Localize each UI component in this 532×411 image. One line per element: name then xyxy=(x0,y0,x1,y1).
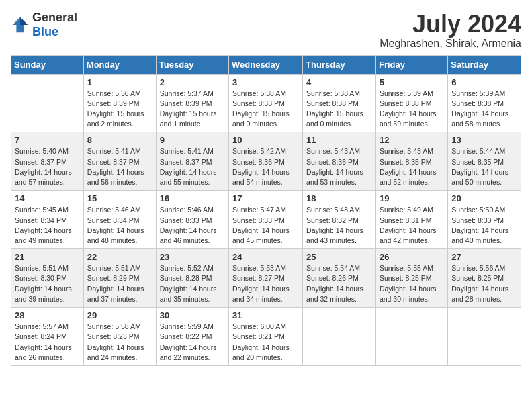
calendar-cell: 30Sunrise: 5:59 AMSunset: 8:22 PMDayligh… xyxy=(156,308,228,366)
cell-day-info: Sunrise: 5:41 AMSunset: 8:37 PMDaylight:… xyxy=(87,146,152,187)
calendar-cell: 19Sunrise: 5:49 AMSunset: 8:31 PMDayligh… xyxy=(375,191,447,249)
cell-date-number: 21 xyxy=(15,252,80,262)
calendar-cell: 1Sunrise: 5:36 AMSunset: 8:39 PMDaylight… xyxy=(83,74,156,132)
calendar-cell: 11Sunrise: 5:43 AMSunset: 8:36 PMDayligh… xyxy=(303,132,376,191)
cell-date-number: 16 xyxy=(160,193,225,203)
header-day-friday: Friday xyxy=(375,55,447,74)
cell-day-info: Sunrise: 6:00 AMSunset: 8:21 PMDaylight:… xyxy=(232,322,299,363)
cell-day-info: Sunrise: 5:41 AMSunset: 8:37 PMDaylight:… xyxy=(160,146,225,187)
cell-date-number: 31 xyxy=(232,310,299,320)
cell-day-info: Sunrise: 5:56 AMSunset: 8:25 PMDaylight:… xyxy=(451,263,517,304)
calendar-cell: 13Sunrise: 5:44 AMSunset: 8:35 PMDayligh… xyxy=(448,132,521,191)
cell-date-number: 13 xyxy=(451,135,517,145)
calendar-header-row: SundayMondayTuesdayWednesdayThursdayFrid… xyxy=(11,55,521,74)
cell-day-info: Sunrise: 5:42 AMSunset: 8:36 PMDaylight:… xyxy=(232,146,299,187)
cell-day-info: Sunrise: 5:39 AMSunset: 8:38 PMDaylight:… xyxy=(451,89,517,130)
title-section: July 2024 Meghrashen, Shirak, Armenia xyxy=(380,11,521,50)
calendar-cell: 16Sunrise: 5:46 AMSunset: 8:33 PMDayligh… xyxy=(156,191,228,249)
header-day-monday: Monday xyxy=(83,55,156,74)
cell-date-number: 3 xyxy=(232,77,299,87)
calendar-cell: 2Sunrise: 5:37 AMSunset: 8:39 PMDaylight… xyxy=(156,74,228,132)
cell-day-info: Sunrise: 5:46 AMSunset: 8:33 PMDaylight:… xyxy=(160,205,225,246)
calendar-cell: 22Sunrise: 5:51 AMSunset: 8:29 PMDayligh… xyxy=(83,249,156,308)
cell-day-info: Sunrise: 5:45 AMSunset: 8:34 PMDaylight:… xyxy=(15,205,80,246)
cell-date-number: 27 xyxy=(451,252,517,262)
cell-day-info: Sunrise: 5:55 AMSunset: 8:25 PMDaylight:… xyxy=(380,263,444,304)
cell-day-info: Sunrise: 5:59 AMSunset: 8:22 PMDaylight:… xyxy=(160,322,225,363)
cell-day-info: Sunrise: 5:53 AMSunset: 8:27 PMDaylight:… xyxy=(232,263,299,304)
calendar-cell xyxy=(303,308,376,366)
calendar-cell: 25Sunrise: 5:54 AMSunset: 8:26 PMDayligh… xyxy=(303,249,376,308)
calendar-cell: 5Sunrise: 5:39 AMSunset: 8:38 PMDaylight… xyxy=(375,74,447,132)
cell-day-info: Sunrise: 5:38 AMSunset: 8:38 PMDaylight:… xyxy=(232,89,299,130)
cell-date-number: 24 xyxy=(232,252,299,262)
cell-day-info: Sunrise: 5:54 AMSunset: 8:26 PMDaylight:… xyxy=(306,263,372,304)
calendar-cell: 4Sunrise: 5:38 AMSunset: 8:38 PMDaylight… xyxy=(303,74,376,132)
logo-icon xyxy=(11,15,30,34)
calendar-cell xyxy=(448,308,521,366)
page-header: General Blue July 2024 Meghrashen, Shira… xyxy=(11,11,521,50)
cell-date-number: 14 xyxy=(15,193,80,203)
logo: General Blue xyxy=(11,11,77,39)
cell-date-number: 22 xyxy=(87,252,152,262)
cell-day-info: Sunrise: 5:39 AMSunset: 8:38 PMDaylight:… xyxy=(380,89,444,130)
calendar-cell: 8Sunrise: 5:41 AMSunset: 8:37 PMDaylight… xyxy=(83,132,156,191)
cell-date-number: 4 xyxy=(306,77,372,87)
calendar-cell: 31Sunrise: 6:00 AMSunset: 8:21 PMDayligh… xyxy=(229,308,303,366)
calendar-week-row: 21Sunrise: 5:51 AMSunset: 8:30 PMDayligh… xyxy=(11,249,521,308)
cell-day-info: Sunrise: 5:58 AMSunset: 8:23 PMDaylight:… xyxy=(87,322,152,363)
calendar-cell: 12Sunrise: 5:43 AMSunset: 8:35 PMDayligh… xyxy=(375,132,447,191)
cell-day-info: Sunrise: 5:43 AMSunset: 8:35 PMDaylight:… xyxy=(380,146,444,187)
calendar-cell: 10Sunrise: 5:42 AMSunset: 8:36 PMDayligh… xyxy=(229,132,303,191)
cell-date-number: 26 xyxy=(380,252,444,262)
calendar-cell: 29Sunrise: 5:58 AMSunset: 8:23 PMDayligh… xyxy=(83,308,156,366)
cell-date-number: 15 xyxy=(87,193,152,203)
cell-day-info: Sunrise: 5:46 AMSunset: 8:34 PMDaylight:… xyxy=(87,205,152,246)
calendar-cell: 27Sunrise: 5:56 AMSunset: 8:25 PMDayligh… xyxy=(448,249,521,308)
cell-date-number: 19 xyxy=(380,193,444,203)
cell-date-number: 8 xyxy=(87,135,152,145)
cell-date-number: 5 xyxy=(380,77,444,87)
calendar-cell: 20Sunrise: 5:50 AMSunset: 8:30 PMDayligh… xyxy=(448,191,521,249)
cell-date-number: 11 xyxy=(306,135,372,145)
cell-date-number: 12 xyxy=(380,135,444,145)
calendar-week-row: 7Sunrise: 5:40 AMSunset: 8:37 PMDaylight… xyxy=(11,132,521,191)
month-year-title: July 2024 xyxy=(380,11,521,38)
cell-day-info: Sunrise: 5:51 AMSunset: 8:29 PMDaylight:… xyxy=(87,263,152,304)
cell-date-number: 9 xyxy=(160,135,225,145)
cell-day-info: Sunrise: 5:48 AMSunset: 8:32 PMDaylight:… xyxy=(306,205,372,246)
header-day-tuesday: Tuesday xyxy=(156,55,228,74)
cell-day-info: Sunrise: 5:43 AMSunset: 8:36 PMDaylight:… xyxy=(306,146,372,187)
calendar-cell: 26Sunrise: 5:55 AMSunset: 8:25 PMDayligh… xyxy=(375,249,447,308)
cell-day-info: Sunrise: 5:50 AMSunset: 8:30 PMDaylight:… xyxy=(451,205,517,246)
calendar-cell: 28Sunrise: 5:57 AMSunset: 8:24 PMDayligh… xyxy=(11,308,84,366)
calendar-cell: 3Sunrise: 5:38 AMSunset: 8:38 PMDaylight… xyxy=(229,74,303,132)
cell-date-number: 20 xyxy=(451,193,517,203)
cell-date-number: 18 xyxy=(306,193,372,203)
logo-blue-text: Blue xyxy=(32,25,58,38)
cell-day-info: Sunrise: 5:37 AMSunset: 8:39 PMDaylight:… xyxy=(160,89,225,130)
calendar-cell: 15Sunrise: 5:46 AMSunset: 8:34 PMDayligh… xyxy=(83,191,156,249)
calendar-cell: 23Sunrise: 5:52 AMSunset: 8:28 PMDayligh… xyxy=(156,249,228,308)
cell-day-info: Sunrise: 5:40 AMSunset: 8:37 PMDaylight:… xyxy=(15,146,80,187)
cell-date-number: 6 xyxy=(451,77,517,87)
calendar-week-row: 28Sunrise: 5:57 AMSunset: 8:24 PMDayligh… xyxy=(11,308,521,366)
calendar-cell: 7Sunrise: 5:40 AMSunset: 8:37 PMDaylight… xyxy=(11,132,84,191)
logo-general-text: General xyxy=(32,11,77,24)
calendar-cell: 17Sunrise: 5:47 AMSunset: 8:33 PMDayligh… xyxy=(229,191,303,249)
cell-date-number: 1 xyxy=(87,77,152,87)
calendar-week-row: 14Sunrise: 5:45 AMSunset: 8:34 PMDayligh… xyxy=(11,191,521,249)
location-subtitle: Meghrashen, Shirak, Armenia xyxy=(380,38,521,50)
cell-day-info: Sunrise: 5:52 AMSunset: 8:28 PMDaylight:… xyxy=(160,263,225,304)
calendar-cell: 6Sunrise: 5:39 AMSunset: 8:38 PMDaylight… xyxy=(448,74,521,132)
calendar-week-row: 1Sunrise: 5:36 AMSunset: 8:39 PMDaylight… xyxy=(11,74,521,132)
calendar-cell: 14Sunrise: 5:45 AMSunset: 8:34 PMDayligh… xyxy=(11,191,84,249)
calendar-cell: 21Sunrise: 5:51 AMSunset: 8:30 PMDayligh… xyxy=(11,249,84,308)
cell-date-number: 25 xyxy=(306,252,372,262)
cell-day-info: Sunrise: 5:49 AMSunset: 8:31 PMDaylight:… xyxy=(380,205,444,246)
header-day-sunday: Sunday xyxy=(11,55,84,74)
cell-day-info: Sunrise: 5:38 AMSunset: 8:38 PMDaylight:… xyxy=(306,89,372,130)
cell-day-info: Sunrise: 5:36 AMSunset: 8:39 PMDaylight:… xyxy=(87,89,152,130)
cell-day-info: Sunrise: 5:44 AMSunset: 8:35 PMDaylight:… xyxy=(451,146,517,187)
cell-date-number: 2 xyxy=(160,77,225,87)
